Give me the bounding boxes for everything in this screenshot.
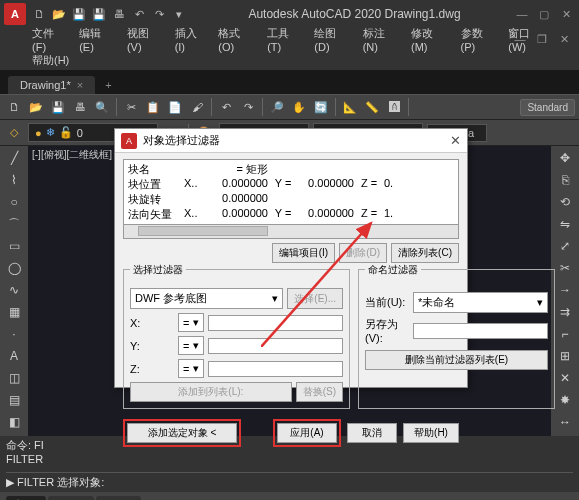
point-tool-icon[interactable]: · [3, 324, 25, 344]
tool-icon[interactable]: 📄 [165, 97, 185, 117]
tool-icon[interactable]: 🔍 [92, 97, 112, 117]
doc-close-icon[interactable]: ✕ [555, 30, 573, 48]
circle-tool-icon[interactable]: ○ [3, 192, 25, 212]
x-field[interactable] [208, 315, 343, 331]
menu-insert[interactable]: 插入(I) [175, 26, 207, 53]
minimize-icon[interactable]: — [513, 5, 531, 23]
hatch-tool-icon[interactable]: ▦ [3, 302, 25, 322]
z-field[interactable] [208, 361, 343, 377]
close-icon[interactable]: ✕ [557, 5, 575, 23]
table-tool-icon[interactable]: ▤ [3, 390, 25, 410]
menu-edit[interactable]: 编辑(E) [79, 26, 115, 53]
tab-add-icon[interactable]: + [99, 76, 117, 94]
menu-view[interactable]: 视图(V) [127, 26, 163, 53]
qat-dropdown-icon[interactable]: ▾ [170, 5, 188, 23]
menu-draw[interactable]: 绘图(D) [314, 26, 350, 53]
qat-undo-icon[interactable]: ↶ [130, 5, 148, 23]
qat-print-icon[interactable]: 🖶 [110, 5, 128, 23]
cancel-button[interactable]: 取消 [347, 423, 397, 443]
fillet-tool-icon[interactable]: ⌐ [554, 324, 576, 344]
menu-format[interactable]: 格式(O) [218, 26, 255, 53]
copy-tool-icon[interactable]: ⎘ [554, 170, 576, 190]
viewport-label[interactable]: [-][俯视][二维线框] [32, 148, 112, 162]
layout2-tab[interactable]: 布局2 [96, 496, 142, 500]
delete-button[interactable]: 删除(D) [339, 243, 387, 263]
help-button[interactable]: 帮助(H) [403, 423, 459, 443]
select-button[interactable]: 选择(E)... [287, 288, 343, 309]
qat-new-icon[interactable]: 🗋 [30, 5, 48, 23]
model-tab[interactable]: 模型 [6, 496, 46, 500]
doc-minimize-icon[interactable]: — [511, 30, 529, 48]
tab-close-icon[interactable]: × [77, 79, 83, 91]
tool-icon[interactable]: ✂ [121, 97, 141, 117]
polyline-tool-icon[interactable]: ⌇ [3, 170, 25, 190]
spline-tool-icon[interactable]: ∿ [3, 280, 25, 300]
y-op-combo[interactable]: =▾ [178, 336, 204, 355]
tool-icon[interactable]: ↷ [238, 97, 258, 117]
style-combo[interactable]: Standard [520, 99, 575, 116]
scale-tool-icon[interactable]: ⤢ [554, 236, 576, 256]
region-tool-icon[interactable]: ◧ [3, 412, 25, 432]
file-tab[interactable]: Drawing1* × [8, 76, 95, 94]
tool-icon[interactable]: 🖌 [187, 97, 207, 117]
saveas-field[interactable] [413, 323, 548, 339]
replace-button[interactable]: 替换(S) [296, 382, 343, 402]
array-tool-icon[interactable]: ⊞ [554, 346, 576, 366]
qat-saveas-icon[interactable]: 💾 [90, 5, 108, 23]
clear-list-button[interactable]: 清除列表(C) [391, 243, 459, 263]
delete-named-button[interactable]: 删除当前过滤器列表(E) [365, 350, 548, 370]
qat-redo-icon[interactable]: ↷ [150, 5, 168, 23]
tool-icon[interactable]: ↶ [216, 97, 236, 117]
rotate-tool-icon[interactable]: ⟲ [554, 192, 576, 212]
menu-help[interactable]: 帮助(H) [32, 53, 69, 68]
edit-item-button[interactable]: 编辑项目(I) [272, 243, 335, 263]
rect-tool-icon[interactable]: ▭ [3, 236, 25, 256]
trim-tool-icon[interactable]: ✂ [554, 258, 576, 278]
doc-restore-icon[interactable]: ❐ [533, 30, 551, 48]
line-tool-icon[interactable]: ╱ [3, 148, 25, 168]
qat-open-icon[interactable]: 📂 [50, 5, 68, 23]
explode-tool-icon[interactable]: ✸ [554, 390, 576, 410]
offset-tool-icon[interactable]: ⇉ [554, 302, 576, 322]
qat-save-icon[interactable]: 💾 [70, 5, 88, 23]
ellipse-tool-icon[interactable]: ◯ [3, 258, 25, 278]
extend-tool-icon[interactable]: → [554, 280, 576, 300]
tool-icon[interactable]: 📋 [143, 97, 163, 117]
erase-tool-icon[interactable]: ✕ [554, 368, 576, 388]
block-tool-icon[interactable]: ◫ [3, 368, 25, 388]
current-filter-combo[interactable]: *未命名▾ [413, 292, 548, 313]
y-field[interactable] [208, 338, 343, 354]
layout1-tab[interactable]: 布局1 [48, 496, 94, 500]
menu-tools[interactable]: 工具(T) [267, 26, 302, 53]
menu-param[interactable]: 参数(P) [461, 26, 497, 53]
arc-tool-icon[interactable]: ⌒ [3, 214, 25, 234]
tool-icon[interactable]: 💾 [48, 97, 68, 117]
layer-icon[interactable]: ◇ [4, 123, 24, 143]
stretch-tool-icon[interactable]: ↔ [554, 412, 576, 432]
menu-dim[interactable]: 标注(N) [363, 26, 399, 53]
tool-icon[interactable]: 📐 [340, 97, 360, 117]
tool-icon[interactable]: 🅰 [384, 97, 404, 117]
command-input[interactable]: ▶ FILTER 选择对象: [6, 472, 573, 490]
tool-icon[interactable]: 📂 [26, 97, 46, 117]
filter-type-combo[interactable]: DWF 参考底图▾ [130, 288, 283, 309]
tool-icon[interactable]: ✋ [289, 97, 309, 117]
text-tool-icon[interactable]: A [3, 346, 25, 366]
add-selected-button[interactable]: 添加选定对象 < [127, 423, 237, 443]
filter-list[interactable]: 块名= 矩形 块位置X..0.000000Y =0.000000Z =0. 块旋… [123, 159, 459, 225]
tool-icon[interactable]: 🖶 [70, 97, 90, 117]
mirror-tool-icon[interactable]: ⇋ [554, 214, 576, 234]
tool-icon[interactable]: 🔎 [267, 97, 287, 117]
tool-icon[interactable]: 📏 [362, 97, 382, 117]
menu-modify[interactable]: 修改(M) [411, 26, 449, 53]
x-op-combo[interactable]: =▾ [178, 313, 204, 332]
dialog-close-icon[interactable]: ✕ [450, 133, 461, 148]
add-to-list-button[interactable]: 添加到列表(L): [130, 382, 292, 402]
maximize-icon[interactable]: ▢ [535, 5, 553, 23]
tool-icon[interactable]: 🔄 [311, 97, 331, 117]
apply-button[interactable]: 应用(A) [277, 423, 337, 443]
filter-scrollbar[interactable] [123, 225, 459, 239]
move-tool-icon[interactable]: ✥ [554, 148, 576, 168]
menu-file[interactable]: 文件(F) [32, 26, 67, 53]
z-op-combo[interactable]: =▾ [178, 359, 204, 378]
